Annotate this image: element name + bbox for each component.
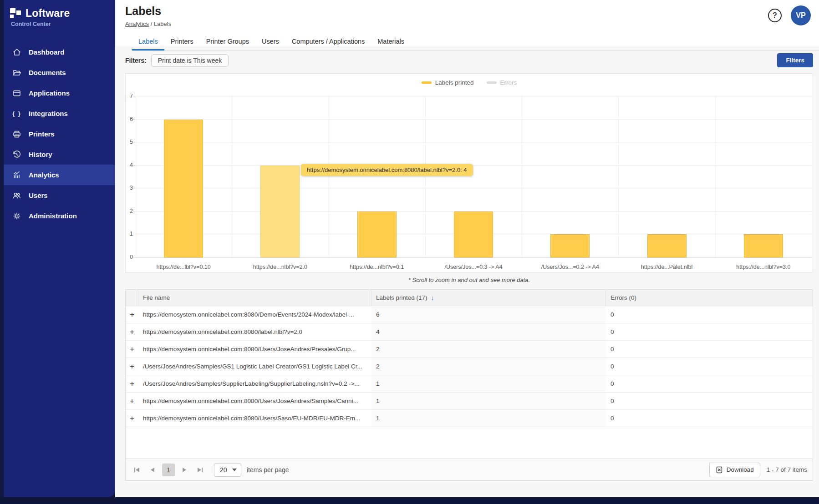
tab-printer-groups[interactable]: Printer Groups — [200, 34, 255, 50]
chevron-down-icon — [232, 469, 237, 471]
bar-labels-printed-6[interactable] — [744, 234, 783, 257]
next-page-button[interactable] — [178, 464, 190, 476]
last-page-button[interactable] — [194, 464, 206, 476]
filter-chip-print-date[interactable]: Print date is This week — [151, 54, 229, 67]
column-header-errors[interactable]: Errors (0) — [606, 290, 813, 306]
download-button[interactable]: Download — [709, 463, 760, 477]
bar-labels-printed-3[interactable] — [454, 212, 493, 257]
analytics-icon — [11, 170, 22, 180]
legend-item-errors[interactable]: Errors — [487, 79, 517, 86]
y-axis-tick — [133, 119, 135, 120]
legend-swatch — [487, 81, 497, 84]
cell-errors: 0 — [606, 375, 813, 392]
sidebar-item-label: Administration — [29, 212, 77, 220]
filters-button[interactable]: Filters — [777, 53, 813, 67]
sidebar-item-dashboard[interactable]: Dashboard — [4, 42, 115, 62]
expand-row-button[interactable]: + — [126, 323, 138, 340]
expand-row-button[interactable]: + — [126, 375, 138, 392]
loftware-logo-icon — [10, 8, 22, 20]
cell-errors: 0 — [606, 358, 813, 375]
page: Loftware Control Center DashboardDocumen… — [0, 0, 819, 497]
sidebar-item-integrations[interactable]: { }Integrations — [4, 103, 115, 124]
topbar: Labels Analytics / Labels ? VP LabelsPri… — [115, 0, 819, 46]
bar-labels-printed-2[interactable] — [357, 212, 397, 257]
legend-item-labels-printed[interactable]: Labels printed — [422, 79, 474, 86]
y-axis-label: 3 — [126, 185, 133, 191]
help-icon[interactable]: ? — [768, 9, 782, 22]
expand-row-button[interactable]: + — [126, 341, 138, 358]
history-icon — [11, 150, 22, 160]
expand-row-button[interactable]: + — [126, 306, 138, 323]
printer-icon — [11, 129, 22, 139]
gridline — [135, 119, 812, 120]
legend-label: Labels printed — [435, 79, 474, 86]
expand-row-button[interactable]: + — [126, 393, 138, 409]
cell-file-name: https://demosystem.onnicelabel.com:8080/… — [138, 341, 371, 358]
sidebar-item-printers[interactable]: Printers — [4, 124, 115, 144]
pager-right: Download 1 - 7 of 7 items — [709, 463, 807, 477]
previous-page-button[interactable] — [147, 464, 158, 476]
main: Labels Analytics / Labels ? VP LabelsPri… — [115, 0, 819, 497]
sidebar-item-label: History — [29, 151, 52, 158]
sidebar-item-documents[interactable]: Documents — [4, 62, 115, 83]
bar-labels-printed-1[interactable] — [260, 166, 300, 257]
labels-printed-chart: Labels printedErrors 01234567https://de.… — [125, 73, 813, 272]
cell-labels-printed: 2 — [371, 341, 606, 358]
first-page-button[interactable] — [131, 464, 143, 476]
x-axis-label: https://de...nlbl?v=2.0 — [232, 264, 328, 270]
bar-labels-printed-4[interactable] — [550, 234, 590, 257]
column-header-file-name[interactable]: File name — [138, 290, 371, 306]
tab-printers[interactable]: Printers — [164, 34, 200, 50]
table-row: +https://demosystem.onnicelabel.com:8080… — [126, 410, 813, 427]
cell-file-name: https://demosystem.onnicelabel.com:8080/… — [138, 410, 371, 427]
vertical-gridline — [522, 96, 522, 257]
x-axis-label: /Users/Jos...=0.2 -> A4 — [522, 264, 618, 270]
y-axis-label: 5 — [126, 139, 133, 145]
content: Filters: Print date is This week Filters… — [115, 46, 819, 497]
sidebar-item-administration[interactable]: Administration — [4, 206, 115, 226]
vertical-gridline — [618, 96, 619, 257]
cell-file-name: /Users/JoseAndres/Samples/GS1 Logistic L… — [138, 358, 371, 375]
bottom-bar — [0, 497, 819, 504]
sidebar-item-users[interactable]: Users — [4, 185, 115, 206]
bar-labels-printed-0[interactable] — [164, 120, 203, 257]
sidebar-item-label: Dashboard — [29, 48, 64, 56]
cell-labels-printed: 2 — [371, 358, 606, 375]
cell-labels-printed: 6 — [371, 306, 606, 323]
breadcrumb-link-analytics[interactable]: Analytics — [125, 20, 149, 27]
sidebar-item-analytics[interactable]: Analytics — [4, 165, 115, 185]
sidebar-item-applications[interactable]: Applications — [4, 83, 115, 103]
column-header-labels-printed-label: Labels printed (17) — [376, 294, 427, 301]
page-size-select[interactable]: 20 — [214, 463, 241, 477]
x-axis-label: https://de...nlbl?v=0.1 — [329, 264, 425, 270]
y-axis-label: 1 — [126, 231, 133, 237]
x-axis-label: https://de...Palet.nlbl — [618, 264, 715, 270]
tab-materials[interactable]: Materials — [371, 34, 411, 50]
y-axis-tick — [133, 142, 135, 142]
braces-icon: { } — [11, 109, 22, 119]
tab-users[interactable]: Users — [255, 34, 285, 50]
tab-computers-applications[interactable]: Computers / Applications — [285, 34, 371, 50]
expand-row-button[interactable]: + — [126, 410, 138, 427]
cell-file-name: https://demosystem.onnicelabel.com:8080/… — [138, 393, 371, 409]
vertical-gridline — [715, 96, 716, 257]
cell-labels-printed: 1 — [371, 375, 606, 392]
sidebar-nav: DashboardDocumentsApplications{ }Integra… — [4, 42, 115, 226]
vertical-gridline — [232, 96, 232, 257]
tab-labels[interactable]: Labels — [132, 34, 164, 50]
expand-row-button[interactable]: + — [126, 358, 138, 375]
page-size-value: 20 — [220, 466, 227, 474]
cell-labels-printed: 1 — [371, 410, 606, 427]
x-axis-label: https://de...nlbl?v=3.0 — [715, 264, 812, 270]
bar-labels-printed-5[interactable] — [647, 234, 687, 257]
cell-errors: 0 — [606, 306, 813, 323]
sidebar-item-history[interactable]: History — [4, 144, 115, 165]
labels-table: File name Labels printed (17) ↓ Errors (… — [125, 289, 813, 481]
filters-row: Filters: Print date is This week Filters — [125, 53, 813, 67]
avatar[interactable]: VP — [791, 5, 811, 25]
column-header-labels-printed[interactable]: Labels printed (17) ↓ — [371, 290, 606, 306]
page-number-button[interactable]: 1 — [162, 464, 175, 476]
x-axis-label: https://de...lbl?v=0.10 — [135, 264, 232, 270]
table-header: File name Labels printed (17) ↓ Errors (… — [126, 290, 813, 306]
sort-desc-icon: ↓ — [431, 294, 434, 302]
